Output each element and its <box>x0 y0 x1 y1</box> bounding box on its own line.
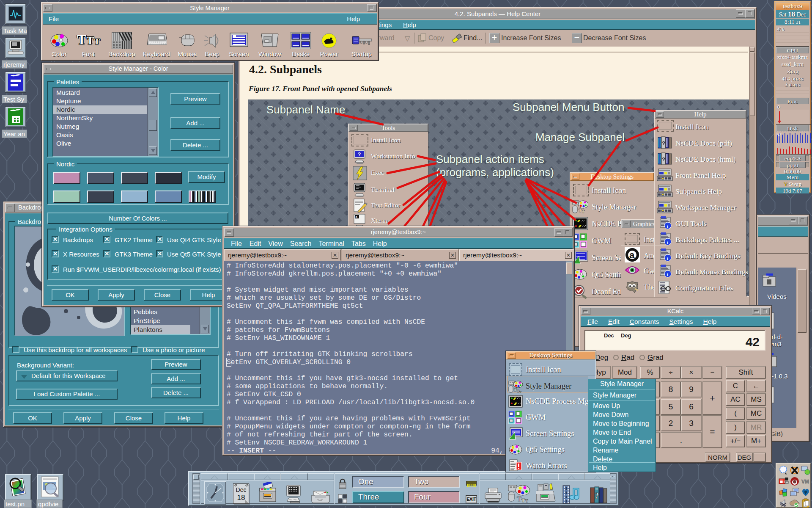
svg-text:i: i <box>667 224 668 229</box>
svg-text:Dec: Dec <box>236 486 247 493</box>
svg-text:i: i <box>667 256 668 261</box>
svg-text:?: ? <box>662 140 665 146</box>
svg-text:T: T <box>519 390 521 393</box>
svg-text:18: 18 <box>237 494 245 502</box>
svg-text:T: T <box>521 497 525 502</box>
svg-text:i: i <box>667 240 668 245</box>
svg-text:T: T <box>582 209 585 214</box>
svg-text:52: 52 <box>776 132 782 138</box>
svg-text:?: ? <box>595 491 599 500</box>
svg-text:i: i <box>667 272 668 277</box>
svg-text:T: T <box>525 499 528 502</box>
svg-text:?: ? <box>662 156 665 163</box>
svg-text:?: ? <box>358 152 361 157</box>
svg-text:T: T <box>579 207 582 213</box>
svg-text:a: a <box>629 250 635 260</box>
svg-text:T: T <box>517 495 521 502</box>
svg-text:X: X <box>355 215 358 219</box>
svg-text:VM: VM <box>801 479 809 485</box>
